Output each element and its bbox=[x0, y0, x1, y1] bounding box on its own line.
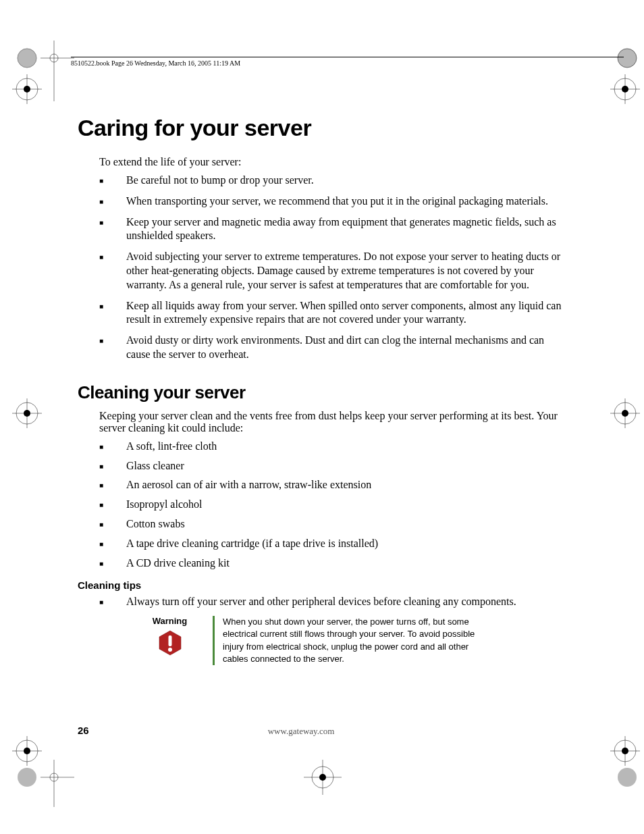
tips-bullet-list: Always turn off your server and other pe… bbox=[99, 595, 570, 609]
svg-point-26 bbox=[24, 748, 30, 754]
svg-point-1 bbox=[18, 49, 36, 68]
warning-icon bbox=[159, 630, 182, 656]
list-item: Isopropyl alcohol bbox=[99, 498, 570, 512]
warning-label: Warning bbox=[135, 616, 205, 626]
warning-text: When you shut down your server, the powe… bbox=[223, 616, 570, 665]
list-item: An aerosol can of air with a narrow, str… bbox=[99, 478, 570, 492]
svg-point-31 bbox=[18, 768, 36, 787]
svg-point-39 bbox=[618, 768, 637, 787]
list-item: Avoid dusty or dirty work environments. … bbox=[99, 334, 570, 362]
page-content: Caring for your server To extend the lif… bbox=[78, 115, 570, 665]
intro-paragraph-2: Keeping your server clean and the vents … bbox=[99, 410, 570, 434]
crop-mark-bottom-left-2 bbox=[14, 760, 74, 820]
list-item: A CD drive cleaning kit bbox=[99, 556, 570, 571]
svg-rect-41 bbox=[168, 635, 171, 646]
intro-paragraph-1: To extend the life of your server: bbox=[99, 156, 570, 168]
crop-mark-bottom-center bbox=[304, 760, 344, 800]
header-text: 8510522.book Page 26 Wednesday, March 16… bbox=[71, 59, 240, 67]
care-bullet-list: Be careful not to bump or drop your serv… bbox=[99, 174, 570, 362]
header-rule bbox=[71, 57, 624, 57]
page-title: Caring for your server bbox=[78, 115, 570, 141]
crop-mark-mid-left bbox=[12, 74, 46, 108]
crop-mark-mid-right bbox=[610, 74, 644, 108]
svg-point-38 bbox=[319, 774, 326, 781]
page-footer: 26 www.gateway.com bbox=[78, 725, 570, 737]
svg-point-14 bbox=[622, 86, 628, 93]
kit-bullet-list: A soft, lint-free cloth Glass cleaner An… bbox=[99, 440, 570, 571]
crop-mark-center-right bbox=[610, 398, 644, 432]
subsection-heading-tips: Cleaning tips bbox=[78, 579, 570, 591]
list-item: Be careful not to bump or drop your serv… bbox=[99, 174, 570, 188]
list-item: When transporting your server, we recomm… bbox=[99, 194, 570, 209]
svg-point-42 bbox=[168, 648, 172, 652]
list-item: A soft, lint-free cloth bbox=[99, 440, 570, 454]
warning-callout: Warning When you shut down your server, … bbox=[135, 616, 570, 665]
list-item: Keep your server and magnetic media away… bbox=[99, 215, 570, 244]
crop-mark-center-left bbox=[12, 398, 46, 432]
section-heading-cleaning: Cleaning your server bbox=[78, 382, 570, 403]
warning-divider bbox=[213, 616, 215, 665]
svg-point-10 bbox=[24, 86, 30, 93]
list-item: Cotton swabs bbox=[99, 517, 570, 531]
list-item: Glass cleaner bbox=[99, 459, 570, 473]
list-item: A tape drive cleaning cartridge (if a ta… bbox=[99, 537, 570, 551]
svg-point-18 bbox=[24, 410, 30, 417]
footer-url: www.gateway.com bbox=[268, 726, 335, 737]
list-item: Avoid subjecting your server to extreme … bbox=[99, 250, 570, 292]
list-item: Always turn off your server and other pe… bbox=[99, 595, 570, 609]
page-number: 26 bbox=[78, 725, 89, 736]
svg-point-22 bbox=[622, 410, 628, 417]
svg-point-30 bbox=[622, 748, 628, 754]
list-item: Keep all liquids away from your server. … bbox=[99, 299, 570, 328]
crop-mark-bottom-right-2 bbox=[600, 760, 641, 800]
